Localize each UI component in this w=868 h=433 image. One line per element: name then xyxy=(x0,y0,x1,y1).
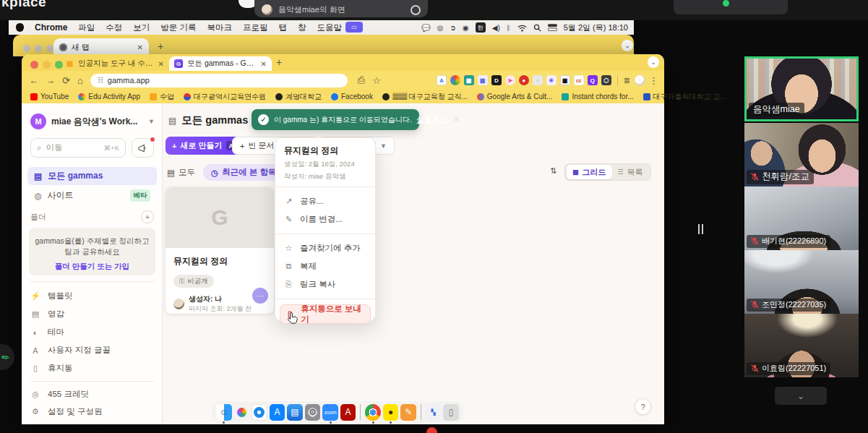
save-share-icon[interactable]: ⎙ xyxy=(358,74,365,86)
announcements-button[interactable] xyxy=(132,138,154,158)
play-circle-icon[interactable]: ◉ xyxy=(463,24,469,32)
card-more-button[interactable]: ⋯ xyxy=(252,288,268,304)
tune-icon[interactable]: ≣ xyxy=(624,76,630,85)
dock-chrome-icon[interactable] xyxy=(365,404,381,421)
ext-record-icon[interactable]: ● xyxy=(519,75,529,85)
close-tab-icon[interactable]: ✕ xyxy=(137,43,143,51)
menubar-app-name[interactable]: Chrome xyxy=(35,22,67,33)
sort-icon[interactable]: ⇅ xyxy=(550,166,557,176)
video-tile[interactable]: 배기현(22226890) xyxy=(744,187,859,250)
dock-acrobat-icon[interactable]: A xyxy=(340,404,356,421)
ext-d-icon[interactable]: D xyxy=(491,75,502,85)
menu-item-share[interactable]: ↗공유... xyxy=(275,192,375,210)
sidebar-item-all-gammas[interactable]: ▤ 모든 gammas xyxy=(27,167,157,185)
address-bar[interactable]: ☷ gamma.app xyxy=(90,74,348,87)
bookmark-daegu-edu[interactable]: 대구광역시교육연수원 xyxy=(184,92,266,102)
workspace-switcher[interactable]: M miae 음악샘's Work... ▼ xyxy=(30,113,155,129)
window-controls-inactive[interactable] xyxy=(23,42,58,55)
annotation-tool-button[interactable]: ✎ xyxy=(0,344,14,370)
dock-pencil-app-icon[interactable]: ✎ xyxy=(400,404,416,421)
ext-pink-play-icon[interactable]: ➤ xyxy=(505,75,515,85)
dock-kakaotalk-icon[interactable]: ● xyxy=(383,404,399,421)
bookmark-google-arts[interactable]: Google Arts & Cult... xyxy=(477,93,553,100)
menu-view[interactable]: 보기 xyxy=(133,22,150,33)
undo-link[interactable]: 실행 취소 xyxy=(417,115,448,125)
bookmark-class[interactable]: 수업 xyxy=(150,92,174,102)
dock-zoom-icon[interactable]: zoom xyxy=(322,404,338,421)
menubar-clock[interactable]: 5월 2일 (목) 18:10 xyxy=(564,22,628,33)
bookmark-daegu-office[interactable]: ▦▦ 대구교육청 교직... xyxy=(382,92,468,102)
collapse-strip-button[interactable]: ⌄ xyxy=(775,387,827,405)
bookmark-catholic-univ[interactable]: 대구가톨릭대학교 교... xyxy=(643,92,726,102)
ext-gray-box-icon[interactable]: ▫ xyxy=(533,75,543,85)
ext-q-icon[interactable]: Q xyxy=(588,75,598,85)
menu-profiles[interactable]: 프로필 xyxy=(243,22,268,33)
ext-pinwheel-icon[interactable] xyxy=(450,75,460,85)
close-tab-icon[interactable]: ✕ xyxy=(261,60,267,68)
bookmark-facebook[interactable]: Facebook xyxy=(331,93,373,100)
create-folder-link[interactable]: 폴더 만들기 또는 가입 xyxy=(29,261,155,272)
menu-window[interactable]: 창 xyxy=(298,22,306,33)
sidebar-item-support[interactable]: ▣지원팀에 문의 xyxy=(30,419,154,424)
screen-record-indicator-icon[interactable]: ▭ xyxy=(345,22,363,33)
forward-icon[interactable]: → xyxy=(46,75,55,86)
add-folder-button[interactable]: + xyxy=(141,210,154,223)
menu-file[interactable]: 파일 xyxy=(78,22,95,33)
kebab-menu-icon[interactable]: ⋮ xyxy=(649,75,658,86)
bookmark-instant-chords[interactable]: Instant chords for... xyxy=(562,93,633,100)
filter-all[interactable]: ▤ 모두 xyxy=(167,167,195,178)
home-icon[interactable]: ⌂ xyxy=(77,75,83,86)
sidebar-item-themes[interactable]: ◐테마 xyxy=(30,323,154,341)
adobe-cc-icon[interactable]: ◎ xyxy=(437,24,444,32)
menu-tab[interactable]: 탭 xyxy=(279,22,288,33)
video-tile[interactable]: 천휘람/조교 xyxy=(744,123,859,187)
menu-item-duplicate[interactable]: ⧉복제 xyxy=(275,257,375,275)
dock-launchpad-icon[interactable] xyxy=(234,404,250,421)
circle-arrow-icon[interactable]: ➲ xyxy=(450,24,456,32)
bookmark-youtube[interactable]: YouTube xyxy=(30,93,69,100)
extensions-puzzle-icon[interactable]: ⬡ xyxy=(601,75,611,85)
profile-avatar[interactable] xyxy=(634,74,645,86)
sidebar-item-custom-fonts[interactable]: A사용자 지정 글꼴 xyxy=(30,341,154,359)
ext-cc-icon[interactable]: cc xyxy=(574,75,584,85)
ext-qr-icon[interactable]: ▦ xyxy=(560,75,570,85)
sidebar-item-credits[interactable]: ◎455 크레딧 xyxy=(30,385,154,403)
menu-help[interactable]: 도움말 xyxy=(317,22,343,33)
dock-app-store-icon[interactable]: A xyxy=(270,404,285,421)
gamma-card[interactable]: G 뮤지컬의 정의 ⚿ 비공개 생성자: 나 마지막 조회: 2개월 전 xyxy=(165,187,275,314)
filter-recently-viewed[interactable]: ◷ 최근에 본 항목 xyxy=(203,164,284,181)
tab-search-chevron-icon[interactable]: ⌄ xyxy=(622,40,633,51)
tab-search-chevron-icon[interactable]: ⌄ xyxy=(648,56,659,68)
new-tab-button[interactable]: + xyxy=(276,56,282,68)
dock-settings-icon[interactable]: ⚙ xyxy=(305,404,321,421)
bookmark-edu-activity[interactable]: Edu Activity App xyxy=(78,93,140,100)
video-tile[interactable]: 이효림(22227051) xyxy=(744,314,859,377)
panel-resize-handle[interactable] xyxy=(698,224,703,234)
sidebar-item-templates[interactable]: ⚡템플릿 xyxy=(30,287,154,305)
wifi-icon[interactable] xyxy=(517,24,527,32)
sidebar-item-settings[interactable]: ⚙설정 및 구성원 xyxy=(30,403,154,421)
back-icon[interactable]: ← xyxy=(29,75,38,86)
menu-edit[interactable]: 수정 xyxy=(106,22,122,33)
control-center-icon[interactable] xyxy=(548,24,557,31)
dock-minimized-window-thumbnail[interactable]: ▚ xyxy=(426,404,442,421)
menu-bookmarks[interactable]: 북마크 xyxy=(207,22,233,33)
spotlight-search-icon[interactable] xyxy=(533,24,541,32)
speech-bubble-icon[interactable]: 💬 xyxy=(421,24,430,32)
close-tab-icon[interactable]: ✕ xyxy=(158,60,164,68)
tab-ai-tools[interactable]: 인공지능 도구 내 수업에 적용하기 ✕ xyxy=(61,56,168,71)
ext-teal-grid-icon[interactable]: ▦ xyxy=(464,75,474,85)
chrome-window-back[interactable]: 새 탭 ✕ + ⌄ xyxy=(13,35,634,56)
dock-trash-icon[interactable]: ▯ xyxy=(443,404,459,421)
dock-books-icon[interactable]: ▤ xyxy=(287,404,303,421)
reload-icon[interactable]: ⟳ xyxy=(62,75,70,86)
menu-item-copy-link[interactable]: ⎘링크 복사 xyxy=(275,275,375,293)
menu-history[interactable]: 방문 기록 xyxy=(160,22,196,33)
video-tile[interactable]: 조민정(22227035) xyxy=(744,250,859,314)
ext-translate-icon[interactable]: A xyxy=(437,75,447,85)
new-tab-button[interactable]: + xyxy=(158,40,163,52)
bluetooth-icon[interactable]: ᛒ xyxy=(507,24,511,32)
input-source-icon[interactable]: 한 xyxy=(476,22,486,33)
menu-item-rename[interactable]: ✎이름 변경... xyxy=(275,210,375,228)
ext-purple-grid-icon[interactable]: ▦ xyxy=(478,75,488,85)
